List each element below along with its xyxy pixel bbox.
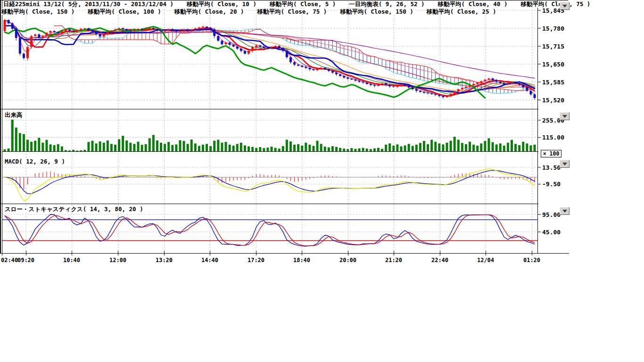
time-axis-label: 17:20 [248,257,264,263]
chevron-down-icon [562,210,567,213]
macd-pane-label: MACD( 12, 26, 9 ) [4,158,66,165]
volume-axis-label: 115.00 [542,134,564,141]
gridlines [2,1,537,253]
price-axis-label: 15,520 [542,97,564,104]
price-axis-label: 15,715 [542,43,564,50]
macd-pane-dropdown-button[interactable] [560,160,570,168]
price-axis-label: 15,585 [542,79,564,86]
pane-borders [0,0,569,254]
volume-pane-dropdown-button[interactable] [560,112,570,120]
chart-canvas: 15,84515,78015,71515,65015,58515,520255.… [0,0,644,362]
macd-plot [2,169,537,201]
stochastics-axis-label: 45.00 [542,229,561,236]
time-axis-label: 02:40 [1,257,18,263]
time-axis-label: 18:40 [293,257,310,263]
chart-window: 15,84515,78015,71515,65015,58515,520255.… [0,0,644,362]
value-axis-labels: 15,84515,78015,71515,65015,58515,520255.… [537,7,564,236]
volume-pane-label: 出来高 [4,112,24,118]
time-axis-label: 12:00 [109,257,126,263]
volume-multiplier-badge: × 100 [541,150,561,157]
time-axis-label: 10:40 [63,257,80,263]
time-axis: 02:4009:2010:4012:0013:2014:4017:2018:40… [1,251,540,263]
price-axis-label: 15,780 [542,25,564,32]
time-axis-label: 01:20 [523,257,540,263]
ichimoku-cloud [54,26,535,94]
time-axis-label: 12/04 [477,257,494,263]
stochastics-axis-label: 95.00 [542,211,561,218]
time-axis-label: 21:20 [385,257,402,263]
chevron-down-icon [562,163,567,165]
chevron-down-icon [562,5,567,8]
chevron-down-icon [562,115,567,118]
stochastics-pane-dropdown-button[interactable] [560,207,570,215]
price-axis-label: 15,650 [542,61,564,68]
stochastics-pane-label: スロー・ストキャスティクス( 14, 3, 80, 20 ) [4,206,144,213]
time-axis-label: 22:40 [431,257,448,263]
time-axis-label: 20:00 [339,257,356,263]
time-axis-label: 13:20 [156,257,173,263]
price-pane-dropdown-button[interactable] [560,2,570,10]
volume-bars [4,120,536,152]
stochastics-plot [2,214,537,246]
time-axis-label: 09:20 [17,257,34,263]
macd-axis-label: 13.50 [542,164,561,171]
macd-axis-label: -9.50 [542,181,561,188]
time-axis-label: 14:40 [201,257,218,263]
